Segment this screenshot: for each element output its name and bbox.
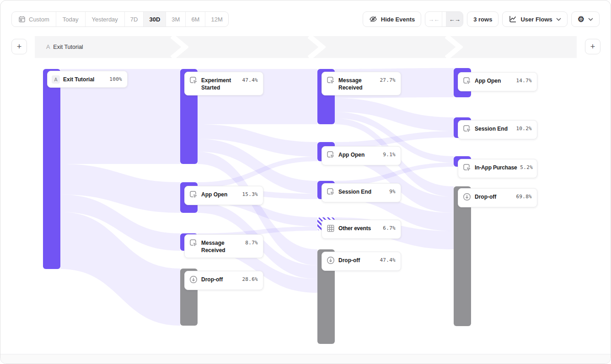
node-card-drop-off-2[interactable]: Drop-off 28.6%	[184, 271, 263, 290]
node-card-session-end-3[interactable]: Session End 9%	[322, 183, 401, 202]
event-icon	[189, 190, 198, 201]
event-icon	[462, 163, 472, 174]
event-icon	[326, 150, 335, 161]
node-card-exit-tutorial[interactable]: A Exit Tutorial 100%	[47, 71, 128, 88]
node-card-app-open-2[interactable]: App Open 15.3%	[184, 186, 263, 205]
flow-ribbons-layer	[0, 0, 611, 364]
sankey-canvas: A Exit Tutorial 100% Experiment Started …	[0, 0, 611, 364]
event-icon	[326, 187, 335, 198]
node-card-in-app-purchase-4[interactable]: In-App Purchase 5.2%	[458, 159, 537, 178]
event-icon	[462, 76, 472, 87]
node-card-drop-off-3[interactable]: Drop-off 47.4%	[322, 252, 401, 271]
drop-off-icon	[326, 256, 335, 267]
node-card-experiment-started[interactable]: Experiment Started 47.4%	[184, 72, 263, 95]
node-card-app-open-4[interactable]: App Open 14.7%	[458, 72, 537, 91]
drop-off-icon	[189, 275, 198, 286]
node-card-app-open-3[interactable]: App Open 9.1%	[322, 146, 401, 165]
drop-off-icon	[462, 192, 472, 203]
step-letter-badge: A	[52, 75, 60, 84]
grid-icon	[326, 224, 335, 235]
node-card-session-end-4[interactable]: Session End 10.2%	[458, 120, 537, 139]
node-card-message-received-2[interactable]: Message Received 8.7%	[184, 234, 263, 258]
footer-strip	[0, 354, 611, 364]
node-card-other-events-3[interactable]: Other events 6.7%	[322, 220, 401, 239]
event-icon	[189, 76, 198, 87]
node-card-drop-off-4[interactable]: Drop-off 69.8%	[458, 188, 537, 207]
node-card-message-received-3[interactable]: Message Received 27.7%	[322, 72, 401, 95]
event-icon	[462, 124, 472, 135]
event-icon	[189, 238, 198, 249]
user-flows-page: Custom Today Yesterday 7D 30D 3M 6M 12M	[0, 0, 611, 364]
event-icon	[326, 76, 335, 87]
node-bar-exit-tutorial[interactable]	[43, 69, 60, 269]
